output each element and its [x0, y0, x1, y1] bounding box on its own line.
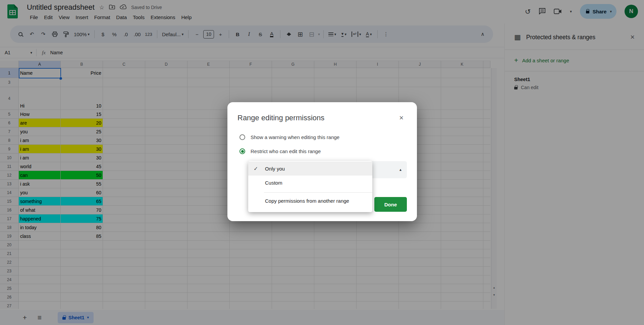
check-icon: ✓	[254, 166, 258, 172]
option-copy-permissions[interactable]: Copy permissions from another range	[248, 193, 372, 209]
radio-off-icon[interactable]	[239, 134, 245, 140]
dialog-title: Range editing permissions	[237, 114, 324, 122]
done-button[interactable]: Done	[374, 197, 407, 212]
range-editing-permissions-dialog: Range editing permissions × Show a warni…	[227, 102, 417, 221]
permissions-dropdown: ✓ Only you Custom Copy permissions from …	[248, 161, 372, 212]
dialog-close-icon[interactable]: ×	[399, 114, 404, 122]
option-custom[interactable]: Custom	[248, 176, 372, 190]
radio-on-icon[interactable]	[239, 148, 245, 154]
option-only-you[interactable]: ✓ Only you	[248, 161, 372, 176]
radio-restrict[interactable]: Restrict who can edit this range	[239, 148, 321, 154]
radio-show-warning[interactable]: Show a warning when editing this range	[239, 134, 339, 140]
select-caret-icon: ▴	[399, 167, 401, 172]
